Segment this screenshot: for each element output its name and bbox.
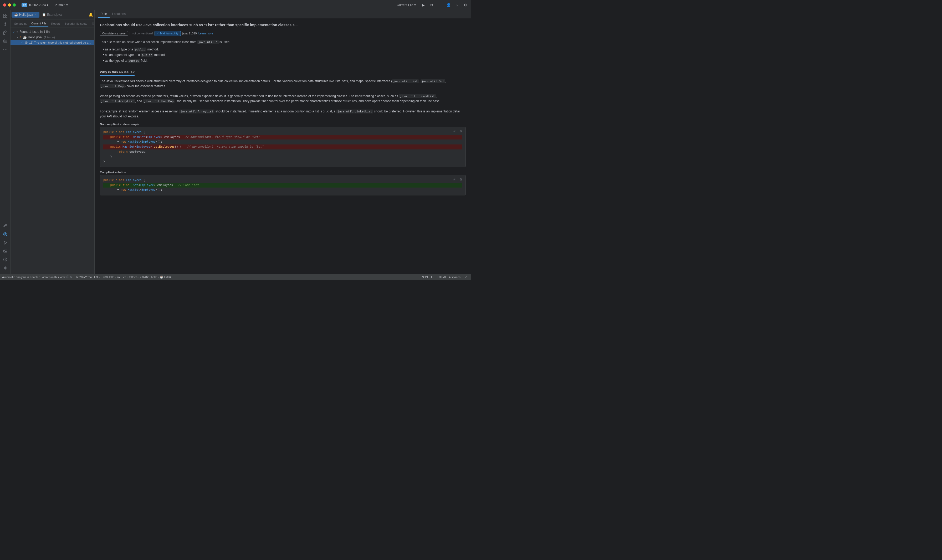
breadcrumb-item-8[interactable]: ☕ Hello	[160, 275, 171, 279]
close-button[interactable]	[3, 3, 6, 6]
sonarlint-nav: SonarLint Current File Report Security H…	[11, 20, 94, 28]
rule-desc-intro: This rule raises an issue when a collect…	[100, 40, 466, 45]
svg-rect-0	[3, 14, 5, 15]
breadcrumb-item-4[interactable]: ee	[123, 275, 126, 279]
tab-exam-java[interactable]: 📋 Exam.java	[39, 12, 65, 18]
issue-check-icon: ✓	[12, 30, 15, 34]
run-button[interactable]: ▶	[421, 2, 426, 8]
noncompliant-label: Noncompliant code example	[100, 123, 466, 126]
why-section-title: Why is this an issue?	[100, 70, 134, 75]
status-line-ending[interactable]: LF	[431, 275, 435, 279]
code-public-0: public	[134, 48, 146, 51]
maximize-button[interactable]	[12, 3, 16, 6]
activity-tools-icon[interactable]	[2, 222, 9, 229]
tab-rule[interactable]: Rule	[98, 11, 109, 18]
search-button[interactable]: ⌕	[454, 2, 459, 8]
code-line-nc-0: public class Employees {	[103, 130, 463, 135]
activity-info-icon[interactable]	[2, 256, 9, 263]
issue-panel: ✓ ▾ Found 1 issue in 1 file ▾ ⚠ ☕ Hello.…	[11, 28, 94, 274]
code-expand-icon-2[interactable]: ⤢	[452, 177, 457, 182]
breadcrumb-item-6[interactable]: iti0202	[140, 275, 148, 279]
code-arraylist-2: java.util.ArrayList	[179, 109, 214, 114]
breadcrumb-item-3[interactable]: src	[117, 275, 121, 279]
maintainability-check-icon: ✓	[157, 32, 159, 35]
nav-sonarlint[interactable]: SonarLint	[12, 21, 29, 26]
activity-run-icon[interactable]	[2, 239, 9, 246]
learn-more-link[interactable]: Learn more	[199, 32, 213, 35]
issue-row-0[interactable]: ✓ (9, 11) The return type of this method…	[11, 40, 94, 45]
compliant-code-block: ⤢ ⧉ public class Employees { public fina…	[100, 175, 466, 195]
issue-row-check-icon: ✓	[21, 41, 23, 44]
svg-rect-3	[6, 16, 7, 18]
breadcrumb-item-2[interactable]: EX00Hello	[101, 275, 114, 279]
project-selector[interactable]: 12 iti0202-2024 ▾	[20, 3, 50, 7]
badge-not-conventional: not conventional	[132, 32, 153, 35]
nav-current-file[interactable]: Current File	[29, 21, 48, 26]
tab-hello-close[interactable]: ✕	[35, 13, 37, 16]
breadcrumb-item-0[interactable]: iti0202-2024	[76, 275, 92, 279]
tabs-more-button[interactable]: ⋮	[82, 12, 88, 17]
status-analysis[interactable]: Automatic analysis is enabled	[2, 275, 40, 279]
status-expand-icon[interactable]: ⤢	[464, 274, 469, 280]
activity-git-icon[interactable]	[2, 264, 9, 272]
activity-vcs-icon[interactable]	[2, 20, 9, 28]
status-position[interactable]: 9:19	[422, 275, 428, 279]
issue-header: ✓ ▾ Found 1 issue in 1 file	[11, 29, 94, 35]
code-copy-icon[interactable]: ⧉	[458, 129, 463, 134]
status-whats-in-view-text: What's in this view	[42, 275, 65, 279]
status-encoding-text: UTF-8	[438, 275, 446, 279]
settings-button[interactable]: ⚙	[463, 2, 468, 8]
notification-bell-icon[interactable]: 🔔	[88, 12, 93, 17]
titlebar: 12 iti0202-2024 ▾ ⎇ main ▾ Current File …	[0, 0, 471, 10]
activity-sonarlint-icon[interactable]	[2, 231, 9, 238]
status-encoding[interactable]: UTF-8	[438, 275, 446, 279]
project-number-badge: 12	[22, 3, 27, 7]
code-java-util: java.util.*	[197, 40, 219, 44]
code-copy-icon-2[interactable]: ⧉	[458, 177, 463, 182]
file-warning-icon: ⚠	[19, 36, 22, 39]
right-panel: Rule Locations Declarations should use J…	[95, 10, 471, 274]
nav-report[interactable]: Report	[49, 21, 62, 26]
tab-hello-java[interactable]: ☕ Hello.java ✕	[12, 12, 39, 18]
breadcrumb-item-1[interactable]: EX	[94, 275, 98, 279]
code-toolbar-noncompliant: ⤢ ⧉	[452, 129, 463, 134]
breadcrumb-item-5[interactable]: taltech	[129, 275, 137, 279]
breadcrumb-sep-5: ›	[138, 275, 139, 279]
minimize-button[interactable]	[8, 3, 11, 6]
more-options-button[interactable]: ⋯	[437, 2, 442, 8]
code-map: java.util.Map	[100, 84, 125, 88]
status-indent[interactable]: 4 spaces	[449, 275, 461, 279]
current-file-dropdown-icon: ▾	[414, 3, 416, 7]
status-whats-in-view[interactable]: What's in this view ⓘ ⚙	[42, 275, 72, 279]
account-button[interactable]: 👤	[446, 2, 451, 8]
branch-icon: ⎇	[54, 3, 57, 7]
why-section-body: The Java Collections API offers a well-s…	[100, 79, 466, 119]
status-analysis-text: Automatic analysis is enabled	[2, 275, 40, 279]
rule-desc-list: as a return type of a public method. as …	[103, 47, 466, 64]
current-file-button[interactable]: Current File ▾	[395, 3, 417, 7]
code-line-nc-6: }	[103, 154, 463, 160]
branch-dropdown-icon: ▾	[66, 3, 68, 7]
code-expand-icon[interactable]: ⤢	[452, 129, 457, 134]
file-row-hello[interactable]: ▾ ⚠ ☕ Hello.java (1 issue)	[11, 35, 94, 40]
current-file-label: Current File	[396, 3, 413, 7]
breadcrumb-item-7[interactable]: hello	[151, 275, 157, 279]
activity-more-icon[interactable]: ⋯	[2, 46, 9, 53]
branch-selector[interactable]: ⎇ main ▾	[52, 3, 69, 7]
activity-image-icon[interactable]	[2, 248, 9, 255]
activity-plugins-icon[interactable]	[2, 37, 9, 45]
nav-taint[interactable]: Taint Vulnerabilities	[90, 21, 94, 26]
tab-locations[interactable]: Locations	[109, 11, 128, 18]
svg-rect-1	[6, 14, 7, 15]
activity-project-icon[interactable]	[2, 12, 9, 20]
nav-security-hotspots[interactable]: Security Hotspots	[63, 21, 89, 26]
code-toolbar-compliant: ⤢ ⧉	[452, 177, 463, 182]
code-line-c-1: public final Set<Employee> employees // …	[103, 183, 463, 188]
activity-branch-icon[interactable]	[2, 29, 9, 36]
rule-content: Declarations should use Java collection …	[95, 18, 471, 274]
code-line-nc-7: }	[103, 159, 463, 164]
branch-name: main	[59, 3, 65, 7]
rule-list-item-2: as the type of a public field.	[103, 58, 466, 64]
badge-consistency: Consistency issue	[100, 31, 128, 36]
update-button[interactable]: ↻	[429, 2, 434, 8]
